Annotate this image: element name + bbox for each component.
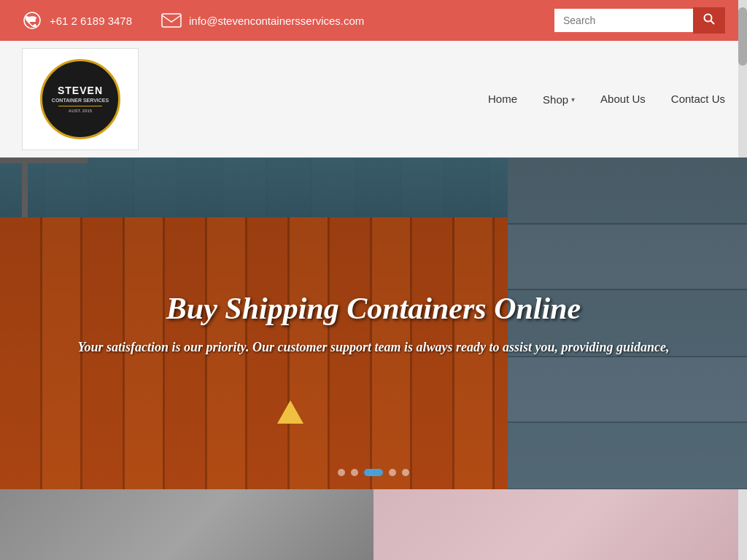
svg-point-3 bbox=[705, 15, 712, 22]
scrollbar-thumb[interactable] bbox=[738, 7, 747, 66]
nav-item-contact[interactable]: Contact Us bbox=[671, 93, 725, 106]
shop-chevron-icon: ▾ bbox=[571, 96, 575, 104]
hero-content: Buy Shipping Containers Online Your sati… bbox=[74, 290, 672, 357]
slider-dot-1[interactable] bbox=[338, 469, 345, 476]
search-input[interactable] bbox=[554, 9, 693, 32]
email-icon bbox=[161, 10, 182, 31]
hero-title: Buy Shipping Containers Online bbox=[74, 290, 672, 325]
search-area bbox=[554, 7, 725, 34]
svg-line-4 bbox=[711, 21, 715, 25]
svg-rect-2 bbox=[162, 14, 181, 27]
logo-name: STEVEN bbox=[52, 84, 109, 97]
phone-number: +61 2 6189 3478 bbox=[50, 15, 132, 27]
hero-subtitle: Your satisfaction is our priority. Our c… bbox=[74, 337, 672, 357]
logo-subtitle: CONTAINER SERVICES bbox=[52, 97, 109, 104]
nav-item-about[interactable]: About Us bbox=[600, 93, 646, 106]
slider-dot-4[interactable] bbox=[389, 469, 396, 476]
email-contact: info@stevencontainersservices.com bbox=[161, 10, 364, 31]
phone-contact: ☎ +61 2 6189 3478 bbox=[22, 10, 132, 31]
search-button[interactable] bbox=[693, 7, 725, 34]
nav-item-shop[interactable]: Shop ▾ bbox=[543, 93, 575, 106]
bottom-right-panel bbox=[374, 489, 747, 560]
slider-dot-3[interactable] bbox=[364, 469, 383, 476]
phone-icon: ☎ bbox=[22, 10, 42, 31]
slider-dot-2[interactable] bbox=[351, 469, 358, 476]
logo: STEVEN CONTAINER SERVICES AUST. 2015 bbox=[40, 59, 120, 139]
nav-link-shop[interactable]: Shop ▾ bbox=[543, 93, 575, 106]
top-bar: ☎ +61 2 6189 3478 info@stevencontainerss… bbox=[0, 0, 747, 41]
nav-bar: STEVEN CONTAINER SERVICES AUST. 2015 Hom… bbox=[0, 41, 747, 158]
logo-container[interactable]: STEVEN CONTAINER SERVICES AUST. 2015 bbox=[22, 48, 139, 150]
hero-section: Buy Shipping Containers Online Your sati… bbox=[0, 158, 747, 489]
nav-item-home[interactable]: Home bbox=[488, 93, 517, 106]
nav-link-contact[interactable]: Contact Us bbox=[671, 93, 725, 105]
email-address: info@stevencontainersservices.com bbox=[189, 15, 364, 27]
bottom-left-panel bbox=[0, 489, 374, 560]
main-nav: Home Shop ▾ About Us Contact Us bbox=[488, 93, 725, 106]
slider-dots bbox=[338, 469, 409, 476]
nav-link-about[interactable]: About Us bbox=[600, 93, 646, 105]
svg-text:☎: ☎ bbox=[28, 15, 37, 23]
nav-link-home[interactable]: Home bbox=[488, 93, 517, 105]
slider-dot-5[interactable] bbox=[402, 469, 409, 476]
bottom-section bbox=[0, 489, 747, 560]
